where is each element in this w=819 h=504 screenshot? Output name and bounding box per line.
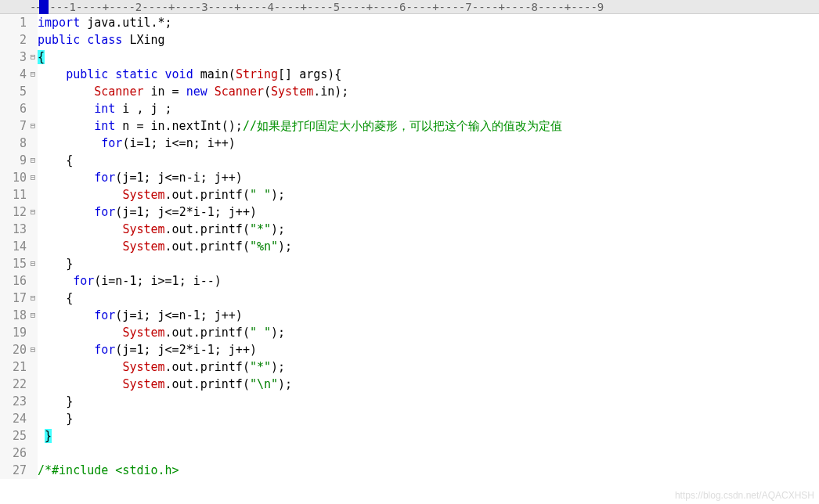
code-line: } <box>38 427 819 445</box>
code-line: int n = in.nextInt();//如果是打印固定大小的菱形，可以把这… <box>38 117 819 135</box>
fold-marker[interactable] <box>28 358 38 376</box>
fold-marker[interactable] <box>28 462 38 479</box>
line-number: 20 <box>0 341 27 358</box>
line-number: 5 <box>0 83 27 100</box>
fold-marker[interactable] <box>28 272 38 290</box>
line-number: 1 <box>0 14 27 31</box>
line-number-gutter: 1 2 3 4 5 6 7 8 9 10 11 12 13 14 15 16 1… <box>0 14 28 479</box>
fold-marker[interactable]: ⊟ <box>28 49 38 66</box>
code-line: System.out.printf("%n"); <box>38 238 819 255</box>
line-number: 4 <box>0 66 27 83</box>
code-line: System.out.printf(" "); <box>38 186 819 203</box>
fold-marker[interactable] <box>28 31 38 49</box>
fold-marker[interactable] <box>28 410 38 427</box>
code-line: } <box>38 393 819 410</box>
code-line: for(j=1; j<=2*i-1; j++) <box>38 203 819 221</box>
fold-marker[interactable]: ⊟ <box>28 169 38 186</box>
code-line: { <box>38 152 819 169</box>
ruler: -+----1----+----2----+----3----+----4---… <box>0 0 819 14</box>
line-number: 27 <box>0 462 27 479</box>
line-number: 11 <box>0 186 27 203</box>
fold-marker[interactable] <box>28 427 38 445</box>
fold-marker[interactable] <box>28 376 38 393</box>
fold-marker[interactable]: ⊟ <box>28 152 38 169</box>
fold-marker[interactable]: ⊟ <box>28 341 38 358</box>
ruler-text: -+----1----+----2----+----3----+----4---… <box>30 1 604 13</box>
line-number: 15 <box>0 255 27 272</box>
code-line: for(i=n-1; i>=1; i--) <box>38 272 819 290</box>
code-line: public static void main(String[] args){ <box>38 66 819 83</box>
code-line: { <box>38 49 819 66</box>
fold-marker[interactable] <box>28 135 38 152</box>
fold-marker[interactable] <box>28 324 38 341</box>
line-number: 19 <box>0 324 27 341</box>
line-number: 18 <box>0 307 27 324</box>
fold-marker[interactable] <box>28 445 38 462</box>
line-number: 12 <box>0 203 27 221</box>
fold-marker[interactable]: ⊟ <box>28 255 38 272</box>
line-number: 14 <box>0 238 27 255</box>
fold-marker[interactable]: ⊟ <box>28 203 38 221</box>
ruler-caret <box>39 0 49 14</box>
fold-marker[interactable] <box>28 186 38 203</box>
code-line: for(j=1; j<=n-i; j++) <box>38 169 819 186</box>
fold-marker[interactable] <box>28 100 38 117</box>
fold-marker[interactable]: ⊟ <box>28 290 38 307</box>
line-number: 10 <box>0 169 27 186</box>
fold-marker[interactable] <box>28 14 38 31</box>
code-line: } <box>38 255 819 272</box>
fold-marker[interactable] <box>28 83 38 100</box>
code-line: System.out.printf(" "); <box>38 324 819 341</box>
line-number: 13 <box>0 221 27 238</box>
code-area[interactable]: import java.util.*; public class LXing {… <box>38 14 819 479</box>
line-number: 21 <box>0 358 27 376</box>
fold-marker[interactable] <box>28 393 38 410</box>
line-number: 22 <box>0 376 27 393</box>
code-line: public class LXing <box>38 31 819 49</box>
code-line: for(i=1; i<=n; i++) <box>38 135 819 152</box>
code-line: System.out.printf("\n"); <box>38 376 819 393</box>
fold-marker[interactable]: ⊟ <box>28 66 38 83</box>
code-line: import java.util.*; <box>38 14 819 31</box>
line-number: 25 <box>0 427 27 445</box>
code-line: System.out.printf("*"); <box>38 221 819 238</box>
line-number: 2 <box>0 31 27 49</box>
line-number: 16 <box>0 272 27 290</box>
fold-marker[interactable]: ⊟ <box>28 307 38 324</box>
line-number: 6 <box>0 100 27 117</box>
code-line: System.out.printf("*"); <box>38 358 819 376</box>
code-line: } <box>38 410 819 427</box>
line-number: 7 <box>0 117 27 135</box>
line-number: 23 <box>0 393 27 410</box>
line-number: 17 <box>0 290 27 307</box>
fold-marker[interactable] <box>28 238 38 255</box>
fold-gutter: ⊟ ⊟ ⊟ ⊟ ⊟ ⊟ ⊟ ⊟ ⊟ ⊟ <box>28 14 38 479</box>
code-line: for(j=1; j<=2*i-1; j++) <box>38 341 819 358</box>
line-number: 8 <box>0 135 27 152</box>
code-line: { <box>38 290 819 307</box>
fold-marker[interactable]: ⊟ <box>28 117 38 135</box>
line-number: 3 <box>0 49 27 66</box>
fold-marker[interactable] <box>28 221 38 238</box>
code-line: for(j=i; j<=n-1; j++) <box>38 307 819 324</box>
code-line: Scanner in = new Scanner(System.in); <box>38 83 819 100</box>
code-line <box>38 445 819 462</box>
code-line: /*#include <stdio.h> <box>38 462 819 479</box>
line-number: 9 <box>0 152 27 169</box>
line-number: 26 <box>0 445 27 462</box>
code-line: int i , j ; <box>38 100 819 117</box>
code-editor[interactable]: 1 2 3 4 5 6 7 8 9 10 11 12 13 14 15 16 1… <box>0 14 819 479</box>
line-number: 24 <box>0 410 27 427</box>
